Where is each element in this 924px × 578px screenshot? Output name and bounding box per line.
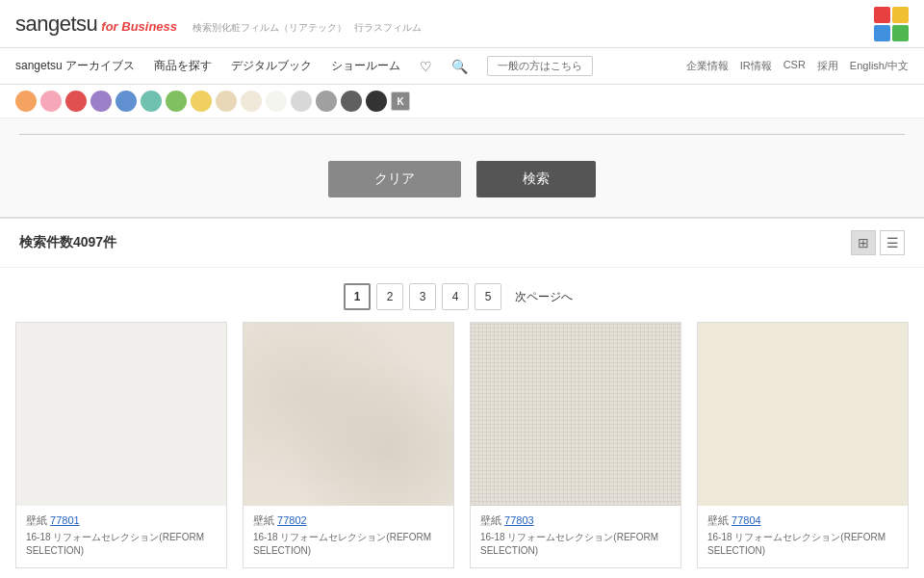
product-image-77804[interactable] bbox=[698, 323, 908, 506]
color-filter-bar: K bbox=[0, 85, 924, 118]
color-dot-dark-gray[interactable] bbox=[341, 91, 362, 112]
color-dot-beige[interactable] bbox=[216, 91, 237, 112]
page-btn-2[interactable]: 2 bbox=[376, 283, 403, 310]
svg-rect-3 bbox=[892, 25, 909, 41]
color-dot-gray[interactable] bbox=[316, 91, 337, 112]
sub-nav: sangetsu アーカイブス 商品を探す デジタルブック ショールーム ♡ 🔍… bbox=[0, 48, 924, 85]
color-dot-k-color[interactable]: K bbox=[391, 92, 410, 111]
header-logo-icon bbox=[874, 7, 909, 41]
lang-link[interactable]: English/中文 bbox=[850, 59, 909, 73]
sub-nav-products[interactable]: 商品を探す bbox=[154, 58, 212, 74]
color-dot-green[interactable] bbox=[166, 91, 187, 112]
svg-rect-1 bbox=[892, 7, 909, 23]
color-dot-light-beige[interactable] bbox=[241, 91, 262, 112]
product-category: 壁紙 77801 bbox=[26, 513, 217, 528]
results-bar: 検索件数4097件 ⊞ ☰ bbox=[0, 219, 924, 268]
sub-nav-right: 企業情報 IR情報 CSR 採用 English/中文 bbox=[686, 59, 909, 73]
color-dot-red[interactable] bbox=[65, 91, 87, 112]
product-code-link[interactable]: 77802 bbox=[277, 514, 307, 526]
product-card: 壁紙 7780416-18 リフォームセレクション(REFORM SELECTI… bbox=[697, 322, 909, 568]
header: sangetsu for Business 検索別化粧フィルム（リアテック） 行… bbox=[0, 0, 924, 48]
view-toggle: ⊞ ☰ bbox=[851, 230, 905, 255]
action-buttons: クリア 検索 bbox=[0, 161, 924, 197]
product-grid: 壁紙 7780116-18 リフォームセレクション(REFORM SELECTI… bbox=[0, 322, 924, 578]
product-collection: 16-18 リフォームセレクション(REFORM SELECTION) bbox=[253, 531, 444, 558]
visitor-button[interactable]: 一般の方はこちら bbox=[487, 56, 593, 76]
product-category: 壁紙 77803 bbox=[480, 513, 671, 528]
page-btn-3[interactable]: 3 bbox=[409, 283, 436, 310]
list-view-button[interactable]: ☰ bbox=[880, 230, 905, 255]
next-page-link[interactable]: 次ページへ bbox=[507, 289, 580, 305]
search-icon[interactable]: 🔍 bbox=[451, 59, 468, 74]
header-nav-links: 検索別化粧フィルム（リアテック） 行ラスフィルム bbox=[192, 21, 422, 35]
page-btn-5[interactable]: 5 bbox=[475, 283, 501, 310]
page-btn-1[interactable]: 1 bbox=[344, 283, 371, 310]
heart-icon[interactable]: ♡ bbox=[420, 59, 432, 74]
color-dot-purple[interactable] bbox=[90, 91, 112, 112]
color-dot-light-gray[interactable] bbox=[291, 91, 312, 112]
sub-nav-showroom[interactable]: ショールーム bbox=[331, 58, 400, 74]
color-dot-white[interactable] bbox=[266, 91, 287, 112]
ir-info-link[interactable]: IR情報 bbox=[740, 59, 772, 73]
pagination: 12345次ページへ bbox=[0, 268, 924, 322]
logo: sangetsu bbox=[15, 12, 97, 37]
for-business-label: for Business bbox=[101, 19, 177, 34]
svg-rect-2 bbox=[874, 25, 890, 41]
color-dot-pink[interactable] bbox=[40, 91, 62, 112]
recruit-link[interactable]: 採用 bbox=[817, 59, 838, 73]
product-card: 壁紙 7780216-18 リフォームセレクション(REFORM SELECTI… bbox=[243, 322, 454, 568]
header-left: sangetsu for Business 検索別化粧フィルム（リアテック） 行… bbox=[15, 12, 422, 37]
color-dot-yellow[interactable] bbox=[191, 91, 212, 112]
product-card: 壁紙 7780316-18 リフォームセレクション(REFORM SELECTI… bbox=[470, 322, 681, 568]
product-collection: 16-18 リフォームセレクション(REFORM SELECTION) bbox=[26, 531, 217, 558]
color-dot-black[interactable] bbox=[366, 91, 387, 112]
product-code-link[interactable]: 77804 bbox=[732, 514, 761, 526]
sub-nav-archives[interactable]: sangetsu アーカイブス bbox=[15, 58, 135, 74]
product-code-link[interactable]: 77801 bbox=[50, 514, 80, 526]
product-category: 壁紙 77804 bbox=[707, 513, 898, 528]
product-image-77803[interactable] bbox=[471, 323, 680, 506]
sub-nav-digital[interactable]: デジタルブック bbox=[231, 58, 312, 74]
filter-panel: クリア 検索 bbox=[0, 118, 924, 219]
page-btn-4[interactable]: 4 bbox=[442, 283, 469, 310]
product-card: 壁紙 7780116-18 リフォームセレクション(REFORM SELECTI… bbox=[15, 322, 227, 568]
corp-info-link[interactable]: 企業情報 bbox=[686, 59, 729, 73]
clear-button[interactable]: クリア bbox=[328, 161, 461, 197]
svg-rect-0 bbox=[874, 7, 890, 23]
color-dot-blue[interactable] bbox=[116, 91, 137, 112]
color-dot-teal[interactable] bbox=[141, 91, 162, 112]
product-code-link[interactable]: 77803 bbox=[504, 514, 534, 526]
product-collection: 16-18 リフォームセレクション(REFORM SELECTION) bbox=[480, 531, 671, 558]
csr-link[interactable]: CSR bbox=[783, 59, 806, 73]
grid-view-button[interactable]: ⊞ bbox=[851, 230, 876, 255]
product-collection: 16-18 リフォームセレクション(REFORM SELECTION) bbox=[707, 531, 898, 558]
results-count: 検索件数4097件 bbox=[19, 234, 116, 251]
product-image-77801[interactable] bbox=[16, 323, 226, 506]
product-category: 壁紙 77802 bbox=[253, 513, 444, 528]
product-image-77802[interactable] bbox=[244, 323, 453, 506]
search-button[interactable]: 検索 bbox=[476, 161, 596, 197]
color-dot-orange[interactable] bbox=[15, 91, 37, 112]
